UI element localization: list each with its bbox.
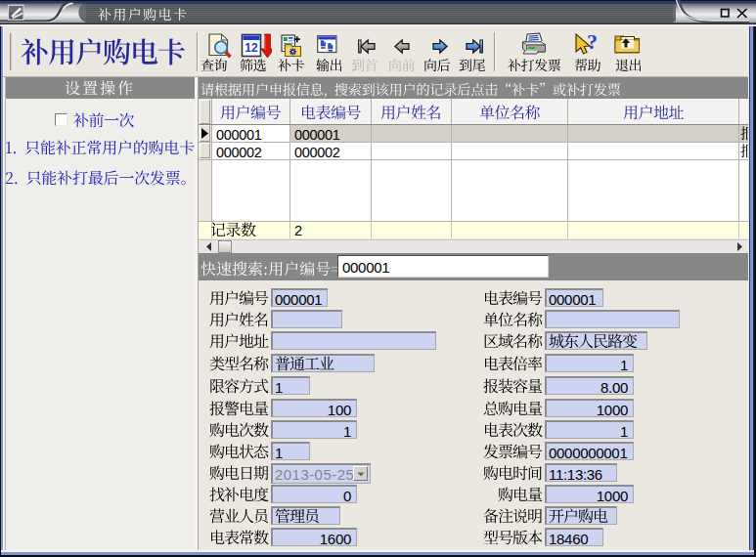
svg-text:12: 12 — [245, 41, 258, 55]
svg-text:?: ? — [587, 31, 598, 54]
